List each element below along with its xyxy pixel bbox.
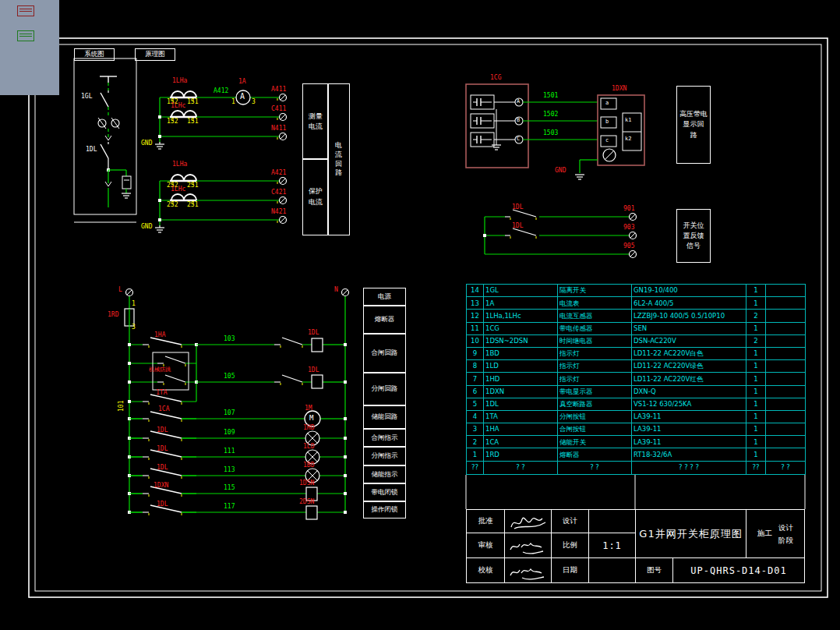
check-label: 校核: [466, 557, 505, 583]
parts-header-cell: ? ?: [484, 461, 558, 474]
parts-row: 131A电流表6L2-A 400/51: [467, 297, 806, 310]
control-legend-cell: 储能回路: [363, 405, 406, 429]
parts-cell-qty: 1: [746, 373, 766, 385]
parts-cell-qty: 1: [746, 297, 766, 310]
parts-cell-qty: 1: [746, 436, 766, 448]
scale-label: 比例: [551, 533, 589, 558]
parts-cell-n: 11: [467, 322, 484, 334]
parts-cell-sym: 1DSN~2DSN: [484, 334, 558, 347]
parts-cell-name: 带电传感器: [558, 322, 632, 334]
stage-right-text: 设计 阶段: [778, 522, 793, 545]
approve-label: 批准: [466, 509, 505, 533]
parts-cell-note: [766, 385, 806, 398]
parts-cell-model: DXN-Q: [632, 385, 746, 398]
control-legend-cell: 分闸指示: [363, 447, 406, 465]
parts-header-cell: ? ? ? ?: [632, 461, 746, 474]
tab-system-diagram[interactable]: 系统图: [74, 48, 115, 61]
parts-cell-name: 电流表: [558, 297, 632, 310]
parts-cell-note: [766, 398, 806, 410]
parts-row: 121LHa,1LHc电流互感器LZZBJ9-10 400/5 0.5/10P1…: [467, 310, 806, 322]
parts-cell-name: 时间继电器: [558, 334, 632, 347]
parts-cell-model: LA39-11: [632, 423, 746, 436]
parts-row: 101DSN~2DSN时间继电器DSN-AC220V2: [467, 334, 806, 347]
parts-cell-sym: 1LHa,1LHc: [484, 310, 558, 322]
parts-cell-name: 真空断路器: [558, 398, 632, 410]
drawing-number-value: UP-QHRS-D14-D01: [672, 557, 805, 583]
parts-cell-qty: 1: [746, 410, 766, 423]
parts-cell-model: GN19-10/400: [632, 285, 746, 297]
parts-cell-n: 9: [467, 347, 484, 359]
parts-cell-n: 7: [467, 373, 484, 385]
cad-drawing-canvas: 系统图 原理图 测量 电流 保护 电流 电 流 回 路 高压带电 显示回 路 开…: [0, 0, 840, 630]
control-legend-cell: 分闸回路: [363, 373, 406, 405]
review-label: 审核: [466, 533, 505, 558]
parts-row: 21CA储能开关LA39-111: [467, 436, 806, 448]
parts-cell-note: [766, 360, 806, 373]
parts-cell-model: VS1-12 630/25KA: [632, 398, 746, 410]
parts-cell-name: 合闸按钮: [558, 423, 632, 436]
parts-cell-qty: 1: [746, 322, 766, 334]
design-value: [588, 509, 636, 533]
parts-cell-n: 14: [467, 285, 484, 297]
parts-cell-n: 10: [467, 334, 484, 347]
desktop-corner-patch: [0, 0, 59, 95]
parts-row: 51DL真空断路器VS1-12 630/25KA1: [467, 398, 806, 410]
control-legend-cell: 合闸回路: [363, 334, 406, 373]
parts-list-table: 141GL隔离开关GN19-10/4001131A电流表6L2-A 400/51…: [466, 284, 806, 475]
caption-hv-live-display: 高压带电 显示回 路: [676, 86, 711, 164]
signature-scribble: [506, 536, 550, 556]
parts-cell-qty: 1: [746, 385, 766, 398]
parts-cell-sym: 1TA: [484, 410, 558, 423]
parts-cell-note: [766, 310, 806, 322]
stage-left-text: 施工: [757, 529, 772, 539]
parts-cell-n: 12: [467, 310, 484, 322]
control-legend-cell: 熔断器: [363, 306, 406, 334]
parts-header-cell: ??: [746, 461, 766, 474]
parts-cell-sym: 1BD: [484, 347, 558, 359]
parts-row: 71HD指示灯LD11-22 AC220V红色1: [467, 373, 806, 385]
parts-cell-n: 13: [467, 297, 484, 310]
design-stage-cell: 施工 设计 阶段: [746, 509, 805, 558]
design-label: 设计: [551, 509, 589, 533]
parts-cell-sym: 1HD: [484, 373, 558, 385]
parts-cell-note: [766, 334, 806, 347]
parts-header-cell: ? ?: [766, 461, 806, 474]
parts-cell-n: 1: [467, 448, 484, 461]
parts-cell-n: 5: [467, 398, 484, 410]
parts-cell-model: LD11-22 AC220V红色: [632, 373, 746, 385]
parts-cell-qty: 2: [746, 334, 766, 347]
parts-list-body: 141GL隔离开关GN19-10/4001131A电流表6L2-A 400/51…: [467, 285, 806, 475]
parts-row: 81LD指示灯LD11-22 AC220V绿色1: [467, 360, 806, 373]
legend-current-loop: 电 流 回 路: [327, 83, 350, 235]
parts-row: 11RD熔断器RT18-32/6A1: [467, 448, 806, 461]
control-legend-cell: 操作闭锁: [363, 501, 406, 519]
parts-row: 41TA分闸按钮LA39-111: [467, 410, 806, 423]
legend-measure-current: 测量 电流: [302, 83, 329, 160]
parts-cell-name: 熔断器: [558, 448, 632, 461]
parts-cell-note: [766, 423, 806, 436]
control-legend-cell: 电源: [363, 288, 406, 306]
parts-cell-sym: 1GL: [484, 285, 558, 297]
parts-cell-model: 6L2-A 400/5: [632, 297, 746, 310]
parts-cell-name: 指示灯: [558, 360, 632, 373]
date-value: [588, 557, 636, 583]
parts-cell-qty: 1: [746, 423, 766, 436]
parts-header-cell: ? ?: [558, 461, 632, 474]
parts-cell-sym: 1RD: [484, 448, 558, 461]
check-signature: [504, 557, 552, 583]
parts-cell-note: [766, 297, 806, 310]
parts-cell-qty: 1: [746, 347, 766, 359]
parts-row: 111CG带电传感器SEN1: [467, 322, 806, 334]
parts-row: 61DXN带电显示器DXN-Q1: [467, 385, 806, 398]
parts-cell-n: 3: [467, 423, 484, 436]
parts-cell-name: 储能开关: [558, 436, 632, 448]
parts-cell-note: [766, 322, 806, 334]
drawing-title: G1并网开关柜原理图: [635, 509, 746, 558]
parts-cell-sym: 1A: [484, 297, 558, 310]
parts-cell-note: [766, 448, 806, 461]
corner-mark-red: [17, 5, 34, 16]
parts-cell-sym: 1DL: [484, 398, 558, 410]
parts-cell-n: 8: [467, 360, 484, 373]
tab-schematic-diagram[interactable]: 原理图: [135, 48, 175, 61]
parts-cell-qty: 1: [746, 448, 766, 461]
